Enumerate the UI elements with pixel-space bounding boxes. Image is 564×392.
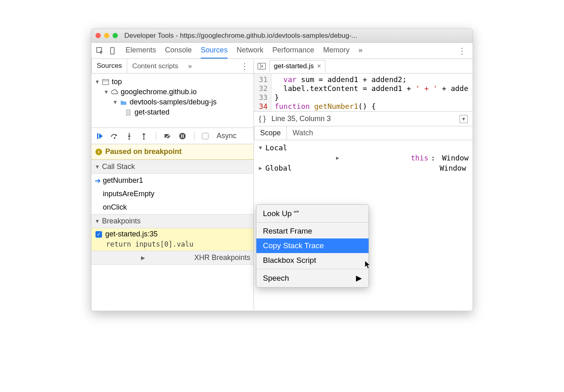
- left-panel: Sources Content scripts » ⋮ top googlech…: [91, 59, 254, 311]
- breakpoint-item[interactable]: ✓ get-started.js:35 return inputs[0].val…: [91, 228, 254, 251]
- scope-global-value: Window: [440, 164, 466, 172]
- tabs-overflow-icon[interactable]: »: [358, 43, 362, 58]
- submenu-arrow-icon: ▶: [356, 273, 362, 283]
- cloud-icon: [111, 89, 118, 96]
- async-label: Async: [217, 132, 236, 140]
- tree-domain-label: googlechrome.github.io: [121, 88, 197, 96]
- editor-tabbar: get-started.js ×: [254, 59, 473, 74]
- navigator-tabs: Sources Content scripts » ⋮: [91, 59, 254, 74]
- breakpoint-checkbox[interactable]: ✓: [95, 231, 102, 238]
- file-icon: [125, 109, 132, 116]
- main-toolbar: Elements Console Sources Network Perform…: [91, 43, 473, 59]
- context-speech-label: Speech: [263, 274, 289, 283]
- window-controls: [95, 33, 118, 38]
- tab-elements[interactable]: Elements: [126, 43, 156, 58]
- tree-top-label: top: [112, 78, 122, 86]
- context-speech[interactable]: Speech ▶: [256, 271, 369, 286]
- editor-status: { } Line 35, Column 3 ▼: [254, 112, 473, 126]
- cursor-icon: [364, 260, 372, 269]
- callstack-frame[interactable]: onClick: [91, 201, 254, 214]
- breakpoint-code: return inputs[0].valu: [95, 238, 249, 249]
- scope-tab-scope[interactable]: Scope: [254, 126, 287, 140]
- scope-local-label: Local: [265, 143, 287, 152]
- tab-memory[interactable]: Memory: [323, 43, 349, 58]
- callstack-title: Call Stack: [102, 162, 135, 171]
- window-icon: [102, 78, 109, 86]
- debugger-toolbar: Async: [91, 128, 254, 144]
- code-content: var sum = addend1 + addend2; label.textC…: [271, 74, 472, 111]
- step-out-icon[interactable]: [139, 132, 148, 141]
- svg-rect-4: [97, 133, 98, 139]
- scope-tab-watch[interactable]: Watch: [287, 126, 319, 140]
- scope-global[interactable]: Global Window: [258, 163, 469, 173]
- breakpoint-label: get-started.js:35: [105, 230, 158, 238]
- tree-file[interactable]: get-started: [95, 107, 250, 117]
- titlebar: Developer Tools - https://googlechrome.g…: [91, 29, 473, 43]
- line-gutter: 31323334: [254, 74, 271, 111]
- callstack-frame-current[interactable]: ➔ getNumber1: [91, 174, 254, 187]
- svg-point-5: [114, 137, 115, 139]
- callstack-frame[interactable]: inputsAreEmpty: [91, 187, 254, 201]
- device-icon[interactable]: [108, 46, 117, 55]
- tab-console[interactable]: Console: [165, 43, 192, 58]
- callstack-frame-label: onClick: [103, 203, 127, 212]
- context-blackbox-script[interactable]: Blackbox Script: [256, 253, 369, 268]
- scope-this-label: this: [411, 154, 428, 162]
- tab-performance[interactable]: Performance: [272, 43, 314, 58]
- svg-rect-12: [181, 134, 182, 138]
- callstack-frame-label: inputsAreEmpty: [103, 190, 154, 198]
- tree-domain[interactable]: googlechrome.github.io: [95, 87, 250, 97]
- editor-dropdown-icon[interactable]: ▼: [460, 115, 468, 123]
- paused-text: Paused on breakpoint: [105, 147, 182, 156]
- navigator-tab-sources[interactable]: Sources: [91, 59, 127, 73]
- navigator-tab-content-scripts[interactable]: Content scripts: [127, 59, 183, 73]
- scope-tabs: Scope Watch: [254, 126, 473, 140]
- file-tree: top googlechrome.github.io devtools-samp…: [91, 74, 254, 128]
- paused-banner: i Paused on breakpoint: [91, 144, 254, 160]
- editor-tab[interactable]: get-started.js ×: [269, 60, 325, 72]
- xhr-breakpoints-header[interactable]: XHR Breakpoints: [91, 251, 254, 265]
- navigator-kebab-icon[interactable]: ⋮: [238, 61, 251, 71]
- async-checkbox[interactable]: [202, 133, 208, 139]
- callstack-frame-label: getNumber1: [103, 176, 143, 185]
- close-tab-icon[interactable]: ×: [317, 62, 321, 70]
- code-editor[interactable]: 31323334 var sum = addend1 + addend2; la…: [254, 74, 473, 112]
- svg-rect-13: [183, 134, 184, 138]
- callstack-header[interactable]: Call Stack: [91, 160, 254, 174]
- inspect-icon[interactable]: [95, 46, 104, 55]
- navigator-tabs-overflow-icon[interactable]: »: [183, 59, 197, 73]
- context-menu: Look Up “” Restart Frame Copy Stack Trac…: [256, 204, 369, 288]
- info-icon: i: [95, 149, 102, 155]
- breakpoints-header[interactable]: Breakpoints: [91, 214, 254, 228]
- minimize-window-icon[interactable]: [104, 33, 109, 38]
- format-icon[interactable]: { }: [259, 115, 266, 123]
- scope-panel: Local this: Window Global Window: [254, 140, 473, 175]
- scope-this-value: Window: [442, 154, 469, 162]
- scope-this[interactable]: this: Window: [258, 153, 469, 163]
- folder-icon: [120, 99, 127, 106]
- tab-sources[interactable]: Sources: [201, 43, 228, 58]
- kebab-menu-icon[interactable]: ⋮: [456, 46, 469, 56]
- devtools-window: Developer Tools - https://googlechrome.g…: [91, 28, 473, 311]
- tab-network[interactable]: Network: [236, 43, 263, 58]
- deactivate-breakpoints-icon[interactable]: [163, 132, 172, 141]
- step-into-icon[interactable]: [125, 132, 134, 141]
- close-window-icon[interactable]: [95, 33, 101, 38]
- context-restart-frame[interactable]: Restart Frame: [256, 224, 369, 238]
- tree-top[interactable]: top: [95, 77, 250, 87]
- zoom-window-icon[interactable]: [113, 33, 118, 38]
- scope-local[interactable]: Local: [258, 143, 469, 153]
- breakpoints-title: Breakpoints: [102, 217, 141, 225]
- resume-icon[interactable]: [95, 132, 104, 141]
- svg-point-11: [179, 133, 186, 139]
- scope-global-label: Global: [265, 164, 292, 172]
- window-title: Developer Tools - https://googlechrome.g…: [124, 32, 357, 40]
- step-over-icon[interactable]: [110, 132, 119, 141]
- svg-rect-1: [111, 48, 114, 54]
- context-copy-stack-trace[interactable]: Copy Stack Trace: [256, 238, 369, 253]
- tree-file-label: get-started: [134, 108, 169, 117]
- toggle-navigator-icon[interactable]: [257, 62, 266, 71]
- context-lookup[interactable]: Look Up “”: [256, 206, 369, 221]
- tree-folder[interactable]: devtools-samples/debug-js: [95, 97, 250, 107]
- pause-exceptions-icon[interactable]: [178, 132, 187, 141]
